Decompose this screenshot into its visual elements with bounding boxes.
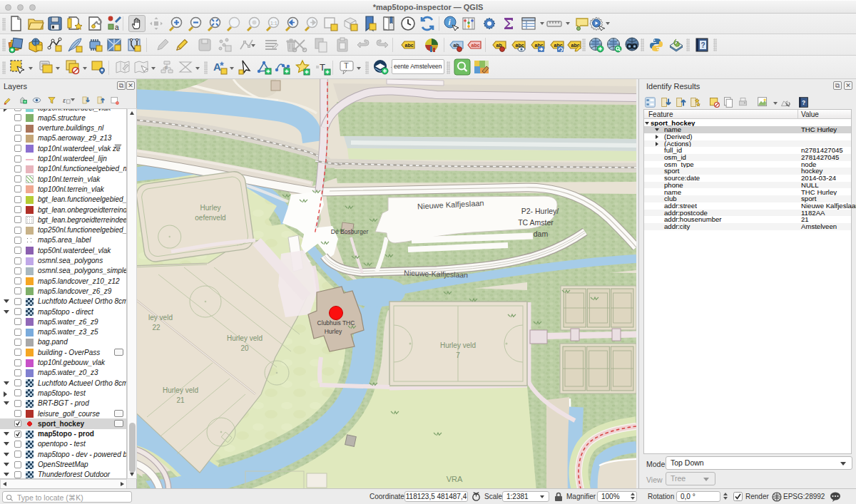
svg-text:Clubhuis THC: Clubhuis THC [317, 319, 355, 326]
svg-text:?: ? [802, 99, 805, 106]
svg-text:abc: abc [472, 43, 480, 48]
svg-text:20: 20 [240, 344, 249, 352]
svg-text:oefenveld: oefenveld [195, 214, 225, 222]
svg-text:ε: ε [165, 64, 168, 71]
svg-text:1:1: 1:1 [270, 21, 277, 26]
svg-text:T: T [344, 61, 349, 70]
svg-text:P2- Hurley/: P2- Hurley/ [521, 207, 559, 215]
svg-text:VRA: VRA [447, 475, 463, 483]
svg-text:7: 7 [456, 351, 460, 359]
svg-text:21: 21 [176, 396, 185, 404]
svg-text:TC Amster: TC Amster [518, 218, 554, 227]
svg-text:a: a [115, 24, 119, 31]
svg-text:Hurley veld: Hurley veld [440, 341, 476, 349]
svg-text:Hurley veld: Hurley veld [227, 334, 263, 342]
svg-text:Hurley veld: Hurley veld [163, 386, 198, 394]
svg-text:dam: dam [534, 230, 549, 238]
svg-text:De Bosburger: De Bosburger [331, 228, 369, 235]
svg-text:Hurley: Hurley [200, 204, 221, 212]
svg-text:ε: ε [63, 97, 66, 104]
svg-text:abc: abc [405, 43, 414, 48]
svg-text:22: 22 [152, 324, 160, 331]
svg-text:ley veld: ley veld [148, 314, 173, 322]
svg-text:?: ? [701, 41, 705, 49]
svg-text:Hurley: Hurley [325, 328, 342, 335]
svg-text:A: A [213, 61, 221, 73]
